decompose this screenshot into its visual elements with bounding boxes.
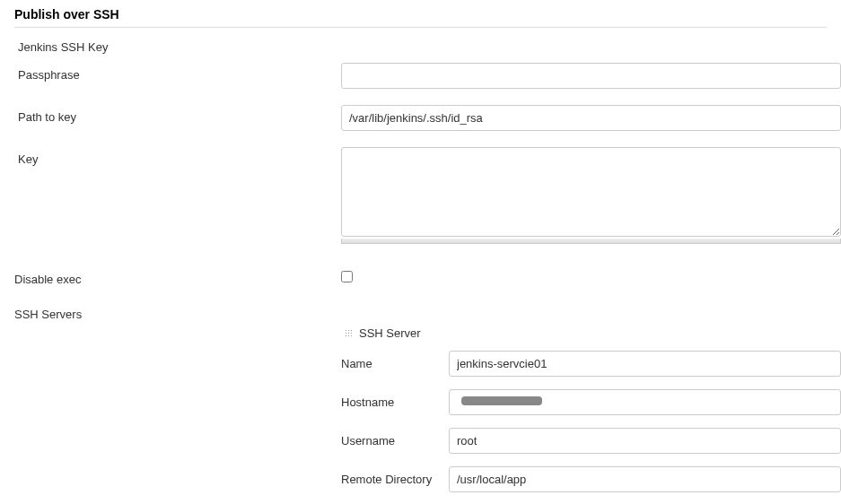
disable-exec-label: Disable exec xyxy=(14,267,341,286)
hostname-row: Hostname xyxy=(341,389,841,415)
hostname-label: Hostname xyxy=(341,395,449,409)
remote-directory-input[interactable] xyxy=(449,466,841,492)
username-input[interactable] xyxy=(449,428,841,454)
ssh-server-title: SSH Server xyxy=(359,326,421,340)
ssh-server-header: SSH Server xyxy=(341,326,841,340)
path-to-key-label: Path to key xyxy=(18,105,341,124)
disable-exec-checkbox[interactable] xyxy=(341,271,353,282)
path-to-key-row: Path to key xyxy=(18,105,841,131)
lower-form-area: Disable exec SSH Servers xyxy=(0,260,841,321)
jenkins-ssh-key-label: Jenkins SSH Key xyxy=(18,35,341,54)
username-row: Username xyxy=(341,428,841,454)
path-to-key-input[interactable] xyxy=(341,105,841,131)
passphrase-row: Passphrase xyxy=(18,63,841,89)
section-title: Publish over SSH xyxy=(0,0,841,27)
remote-directory-label: Remote Directory xyxy=(341,473,449,486)
ssh-server-block: SSH Server Name Hostname Username Remote… xyxy=(341,326,841,492)
name-input[interactable] xyxy=(449,351,841,377)
name-label: Name xyxy=(341,357,449,370)
username-label: Username xyxy=(341,434,449,448)
hostname-redacted xyxy=(461,396,542,405)
passphrase-input[interactable] xyxy=(341,63,841,89)
name-row: Name xyxy=(341,351,841,377)
passphrase-label: Passphrase xyxy=(18,63,341,82)
key-textarea[interactable] xyxy=(341,147,841,237)
form-area: Jenkins SSH Key Passphrase Path to key K… xyxy=(0,28,841,244)
textarea-scrollbar[interactable] xyxy=(341,239,841,244)
jenkins-ssh-key-row: Jenkins SSH Key xyxy=(18,35,841,54)
drag-handle-icon[interactable] xyxy=(345,329,354,338)
ssh-servers-row: SSH Servers xyxy=(14,302,841,321)
ssh-servers-label: SSH Servers xyxy=(14,302,341,321)
key-row: Key xyxy=(18,147,841,244)
disable-exec-row: Disable exec xyxy=(14,267,841,286)
remote-directory-row: Remote Directory xyxy=(341,466,841,492)
key-label: Key xyxy=(18,147,341,166)
